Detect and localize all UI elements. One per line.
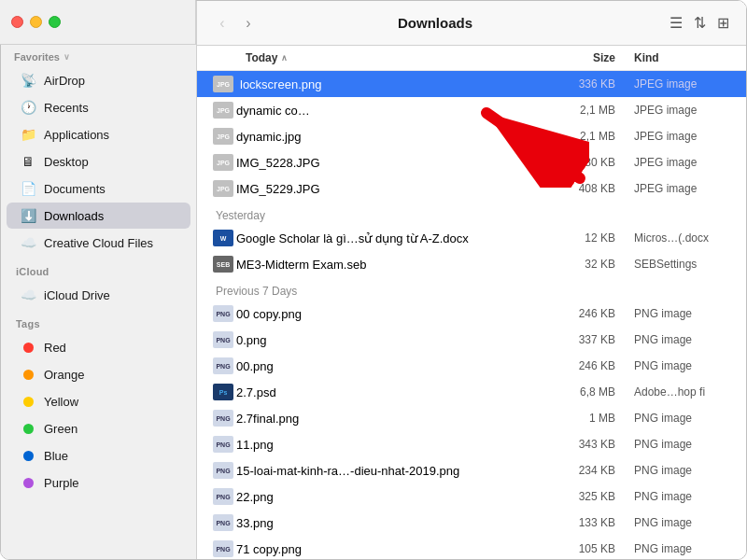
file-kind-cell: Micros…(.docx: [615, 231, 727, 245]
file-row[interactable]: PNG 11.png 343 KB PNG image: [197, 431, 746, 457]
green-tag-dot: [20, 420, 36, 437]
sort-chevron: ∧: [281, 53, 288, 63]
sidebar-tag-blue[interactable]: Blue: [7, 442, 190, 469]
file-size-cell: 32 KB: [541, 258, 615, 271]
file-kind-cell: JPEG image: [615, 77, 727, 91]
file-kind-cell: JPEG image: [615, 182, 727, 195]
sidebar-tag-green[interactable]: Green: [7, 415, 190, 441]
sidebar-item-desktop[interactable]: 🖥 Desktop: [7, 148, 190, 175]
file-row[interactable]: Ps 2.7.psd 6,8 MB Adobe…hop fi: [197, 379, 746, 405]
sidebar-label-desktop: Desktop: [44, 155, 89, 169]
sidebar-item-airdrop[interactable]: 📡 AirDrop: [7, 67, 190, 93]
sidebar-item-recents[interactable]: 🕐 Recents: [7, 94, 190, 120]
file-name-cell: dynamic co…: [236, 104, 541, 118]
file-row[interactable]: PNG 22.png 325 KB PNG image: [197, 483, 746, 510]
airdrop-icon: 📡: [20, 72, 36, 89]
col-kind-header[interactable]: Kind: [615, 51, 727, 64]
file-row[interactable]: PNG 33.png 133 KB PNG image: [197, 510, 746, 536]
col-name-header[interactable]: Today ∧: [246, 51, 541, 64]
sidebar-item-applications[interactable]: 📁 Applications: [7, 121, 190, 147]
file-name: IMG_5228.JPG: [236, 156, 320, 170]
arrange-icon[interactable]: ⇅: [692, 12, 708, 34]
file-row[interactable]: PNG 71 copy.png 105 KB PNG image: [197, 536, 746, 559]
file-name-cell: 00 copy.png: [236, 307, 541, 321]
sidebar-items-container: 📡 AirDrop 🕐 Recents 📁 Applications 🖥 Des…: [1, 66, 196, 257]
file-name: 0.png: [236, 333, 267, 347]
sidebar-tag-orange[interactable]: Orange: [7, 361, 190, 387]
sidebar-tag-red[interactable]: Red: [7, 334, 190, 360]
file-row[interactable]: PNG 15-loai-mat-kinh-ra…-dieu-nhat-2019.…: [197, 457, 746, 483]
file-kind-cell: JPEG image: [615, 156, 727, 169]
file-name-cell: IMG_5229.JPG: [236, 182, 541, 196]
list-view-icon[interactable]: ☰: [668, 12, 684, 34]
file-size-cell: 105 KB: [541, 542, 615, 555]
file-type-icon: JPG: [210, 127, 236, 146]
file-row[interactable]: PNG 00.png 246 KB PNG image: [197, 353, 746, 379]
main-titlebar: ‹ › Downloads ☰ ⇅ ⊞: [197, 1, 746, 46]
file-kind-cell: PNG image: [615, 542, 727, 555]
file-type-icon: W: [210, 229, 236, 247]
file-type-icon: PNG: [210, 409, 236, 427]
favorites-section: Favorites ∨: [1, 48, 196, 66]
file-row[interactable]: JPG IMG_5229.JPG 408 KB JPEG image: [197, 175, 746, 202]
file-type-icon: PNG: [210, 330, 236, 349]
main-content: ‹ › Downloads ☰ ⇅ ⊞ Today ∧ Size Kind JP…: [197, 1, 746, 559]
recents-icon: 🕐: [20, 99, 36, 116]
file-row[interactable]: PNG 00 copy.png 246 KB PNG image: [197, 301, 746, 327]
file-size-cell: 234 KB: [541, 464, 615, 477]
file-kind-cell: PNG image: [615, 516, 727, 529]
sidebar-tag-yellow[interactable]: Yellow: [7, 388, 190, 414]
sidebar-tag-purple[interactable]: Purple: [7, 469, 190, 496]
file-name-cell: ME3-Midterm Exam.seb: [236, 258, 541, 272]
file-name-cell: 00.png: [236, 359, 541, 373]
main-title: Downloads: [270, 15, 600, 31]
file-name-cell: lockscreen.png: [236, 77, 541, 91]
file-kind-cell: PNG image: [615, 438, 727, 451]
file-row[interactable]: W Google Scholar là gì…sử dụng từ A-Z.do…: [197, 225, 746, 251]
file-row[interactable]: PNG 2.7final.png 1 MB PNG image: [197, 405, 746, 431]
file-row[interactable]: JPG IMG_5228.JPG 780 KB JPEG image: [197, 149, 746, 175]
icloud-section-label: iCloud: [1, 257, 196, 281]
file-name: 22.png: [236, 490, 274, 504]
file-name: 11.png: [236, 438, 274, 452]
col-size-header[interactable]: Size: [541, 51, 615, 64]
orange-tag-dot: [20, 366, 36, 383]
documents-icon: 📄: [20, 180, 36, 197]
file-name: 2.7final.png: [236, 412, 299, 426]
back-button[interactable]: ‹: [212, 13, 233, 34]
file-name: 00 copy.png: [236, 307, 302, 321]
sidebar-item-documents[interactable]: 📄 Documents: [7, 175, 190, 202]
forward-button[interactable]: ›: [238, 13, 259, 34]
close-button[interactable]: [11, 16, 23, 28]
file-type-icon: SEB: [210, 255, 236, 273]
file-row[interactable]: PNG 0.png 337 KB PNG image: [197, 327, 746, 353]
file-name: ME3-Midterm Exam.seb: [236, 258, 366, 272]
file-size-cell: 408 KB: [541, 182, 615, 195]
sidebar-label-creative-cloud: Creative Cloud Files: [44, 236, 153, 250]
file-type-icon: PNG: [210, 487, 236, 506]
file-name: dynamic.jpg: [236, 130, 301, 144]
sidebar-item-downloads[interactable]: ⬇️ Downloads: [7, 203, 190, 229]
file-size-cell: 336 KB: [541, 77, 615, 91]
file-row[interactable]: JPG dynamic co… 2,1 MB JPEG image: [197, 97, 746, 123]
file-row[interactable]: SEB ME3-Midterm Exam.seb 32 KB SEBSettin…: [197, 251, 746, 277]
tag-label-green: Green: [44, 422, 78, 436]
maximize-button[interactable]: [49, 16, 61, 28]
file-name: 2.7.psd: [236, 385, 276, 399]
file-name: 33.png: [236, 516, 274, 530]
grid-view-icon[interactable]: ⊞: [715, 12, 731, 34]
tag-label-yellow: Yellow: [44, 395, 78, 409]
file-name-cell: 0.png: [236, 333, 541, 347]
file-row[interactable]: JPG dynamic.jpg 2,1 MB JPEG image: [197, 123, 746, 149]
file-kind-cell: JPEG image: [615, 130, 727, 143]
file-name-cell: 33.png: [236, 516, 541, 530]
file-row[interactable]: JPG lockscreen.png 336 KB JPEG image: [197, 71, 746, 97]
file-name-cell: 11.png: [236, 438, 541, 452]
file-kind-cell: PNG image: [615, 333, 727, 346]
sidebar-item-icloud-drive[interactable]: ☁️ iCloud Drive: [7, 282, 190, 308]
minimize-button[interactable]: [30, 16, 42, 28]
file-name-cell: 22.png: [236, 490, 541, 504]
file-name-cell: 2.7.psd: [236, 385, 541, 399]
purple-tag-dot: [20, 474, 36, 491]
sidebar-item-creative-cloud[interactable]: ☁️ Creative Cloud Files: [7, 230, 190, 256]
